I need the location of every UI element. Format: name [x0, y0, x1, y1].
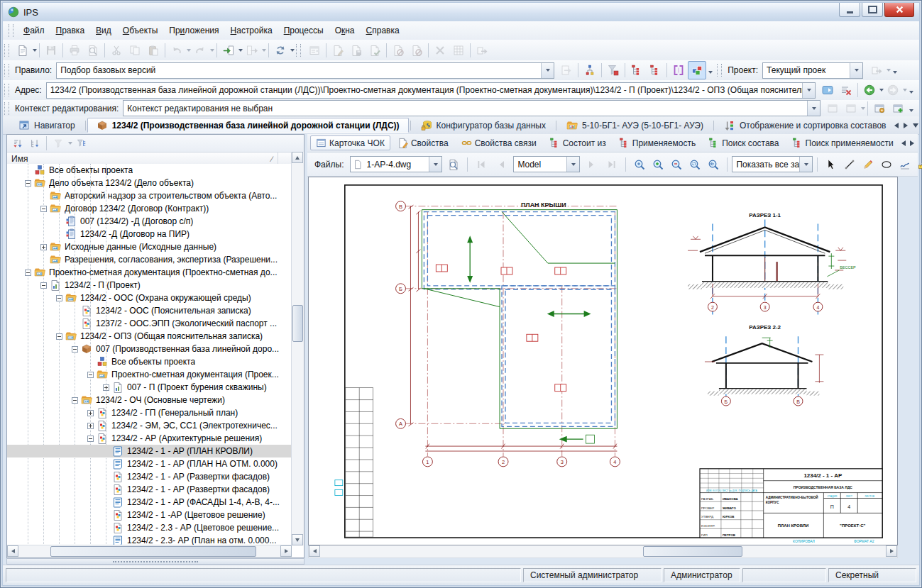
tree-item[interactable]: 007 (1234/2) -Д (Договор с/п): [7, 215, 292, 228]
zoomprev-button[interactable]: [704, 155, 723, 174]
tree-item[interactable]: Договор 1234/2 (Договор (Контракт)): [7, 202, 292, 215]
document-tab-0[interactable]: Навигатор: [10, 118, 84, 133]
scroll-left-icon[interactable]: [7, 545, 18, 557]
toolbar-overflow-icon[interactable]: [708, 71, 713, 74]
paste-button[interactable]: [144, 41, 163, 60]
funnel-dropdown-icon[interactable]: [68, 142, 72, 145]
view-tabs-scroll-right-icon[interactable]: [910, 140, 914, 146]
project-combobox[interactable]: Текущий проек: [762, 62, 863, 79]
minimize-button[interactable]: [839, 3, 860, 17]
compare-button[interactable]: [669, 61, 688, 79]
expand-icon[interactable]: [87, 423, 94, 429]
tree-item[interactable]: Все объекты проекта: [7, 164, 292, 177]
refresh-button[interactable]: [271, 41, 290, 60]
document-tab-2[interactable]: Конфигуратор базы данных: [412, 118, 554, 133]
viewer-horizontal-scrollbar[interactable]: [308, 545, 898, 558]
funnelcube-button[interactable]: [604, 61, 622, 79]
tree-item[interactable]: 1234/2 - 2.3 - АР (Цветовое решение...: [7, 521, 292, 534]
ruler-button[interactable]: [914, 155, 922, 174]
menu-item-объекты[interactable]: Объекты: [117, 23, 164, 38]
tabs-list-icon[interactable]: [913, 123, 918, 128]
checkout-dropdown-icon[interactable]: [262, 49, 266, 52]
back-button[interactable]: [860, 81, 879, 99]
scroll-thumb[interactable]: [292, 305, 303, 342]
structdots-button[interactable]: [581, 61, 599, 79]
new-dropdown-icon[interactable]: [33, 49, 37, 52]
undo-button[interactable]: [168, 41, 186, 60]
rule-dropdown-icon[interactable]: [541, 63, 554, 78]
toolbar-grip[interactable]: [296, 44, 301, 57]
checkin-button[interactable]: [219, 41, 238, 60]
docsave-button[interactable]: [347, 41, 366, 60]
fwdg-dropdown-icon[interactable]: [903, 89, 907, 91]
scroll-thumb[interactable]: [643, 546, 742, 557]
winplus-button[interactable]: [889, 99, 907, 118]
cut-button[interactable]: [107, 41, 126, 60]
zoomext-button[interactable]: [630, 155, 649, 174]
close-button[interactable]: [884, 3, 914, 17]
first-space-button[interactable]: [472, 155, 490, 174]
toolbar-grip[interactable]: [4, 64, 9, 77]
collapse-icon[interactable]: [72, 397, 78, 404]
tabs-scroll-right-icon[interactable]: [904, 123, 908, 128]
sortaz-button[interactable]: [10, 135, 26, 151]
tree-item[interactable]: 1234/2 - 1 - АР (Развертки фасадов): [7, 483, 292, 496]
tree-item[interactable]: 1234/2 - 1 -АР (Цветовое решение): [7, 509, 292, 521]
checkout-button[interactable]: [243, 41, 261, 60]
funneltree-button[interactable]: [74, 135, 89, 151]
context-dropdown-icon[interactable]: [807, 101, 820, 116]
tree-item[interactable]: 1234/2 - П (Проект): [7, 279, 292, 292]
docok-button[interactable]: [366, 41, 384, 60]
new-button[interactable]: [13, 41, 32, 60]
tree-item[interactable]: 1234/2 - ООС (Пояснительная записка): [7, 304, 292, 317]
send-dropdown-icon[interactable]: [887, 69, 891, 72]
tree-item[interactable]: 1234/2 - 1 - АР (ПЛАН НА ОТМ. 0.000): [7, 457, 292, 470]
ellipse-button[interactable]: [877, 155, 896, 174]
tree-item[interactable]: 1234/2 - ГП (Генеральный план): [7, 406, 292, 419]
tree-item[interactable]: 1234/2 - 2.3- АР (План на отм. 0.000...: [7, 534, 292, 545]
expand-icon[interactable]: [103, 384, 109, 391]
tree-item[interactable]: 1234/2 - ЭМ, ЭС, СС1 (Электротехничес...: [7, 419, 292, 432]
zoomin-button[interactable]: [649, 155, 667, 174]
tree-horizontal-scrollbar[interactable]: [7, 545, 292, 558]
collapse-icon[interactable]: [40, 282, 47, 289]
collapse-icon[interactable]: [72, 346, 78, 353]
file-dropdown-icon[interactable]: [429, 157, 441, 172]
tree-item[interactable]: Проектно-сметная документация (Проектно-…: [7, 266, 292, 279]
address-combobox[interactable]: 1234/2 (Производственная база линейной д…: [46, 82, 816, 99]
title-bar[interactable]: IPS: [3, 3, 919, 21]
document-tab-4[interactable]: Отображение и сортировка составов: [715, 118, 894, 133]
tree-item[interactable]: 1234/2 - 1 - АР (Развертки фасадов): [7, 470, 292, 483]
tree-item[interactable]: Разрешения, согласования, экспертиза (Ра…: [7, 253, 292, 266]
scroll-right-icon[interactable]: [280, 545, 292, 557]
funnel-button[interactable]: [50, 135, 66, 151]
zoomout-button[interactable]: [667, 155, 686, 174]
cursor-button[interactable]: [822, 155, 840, 174]
file-combobox[interactable]: 1-AP-4.dwg: [350, 156, 442, 172]
treer-button[interactable]: [646, 61, 664, 79]
tree-item[interactable]: Дело объекта 1234/2 (Дело объекта): [7, 177, 292, 189]
refresh-dropdown-icon[interactable]: [290, 49, 295, 52]
document-tab-1[interactable]: 1234/2 (Производственная база линейной д…: [87, 118, 409, 133]
scroll-down-icon[interactable]: [292, 534, 303, 545]
toolbar-grip[interactable]: [4, 44, 9, 57]
expand-icon[interactable]: [40, 244, 47, 250]
file-preview-button[interactable]: [444, 155, 463, 174]
next-space-button[interactable]: [582, 155, 600, 174]
save-button[interactable]: [42, 41, 60, 60]
win-button[interactable]: [842, 99, 860, 118]
fwdg-button[interactable]: [884, 81, 902, 99]
document-tab-3[interactable]: 5-10-БГ1- АУЭ (5-10-БГ1- АУЭ): [558, 118, 712, 133]
redo-button[interactable]: [191, 41, 209, 60]
card-button[interactable]: [305, 41, 324, 60]
zoomwin-button[interactable]: [686, 155, 704, 174]
scroll-up-icon[interactable]: [292, 152, 303, 163]
preview-button[interactable]: [84, 41, 102, 60]
collapse-icon[interactable]: [56, 295, 62, 301]
last-space-button[interactable]: [603, 155, 621, 174]
tree-item[interactable]: 1234/2 - ОПЗ (Общая пояснительная записк…: [7, 330, 292, 343]
view-tab-6[interactable]: Поиск применяемости: [786, 135, 899, 150]
toolbar-overflow-icon[interactable]: [893, 71, 897, 74]
prev-space-button[interactable]: [493, 155, 511, 174]
tree-item[interactable]: 1234/2 - ОЧ (Основные чертежи): [7, 394, 292, 406]
